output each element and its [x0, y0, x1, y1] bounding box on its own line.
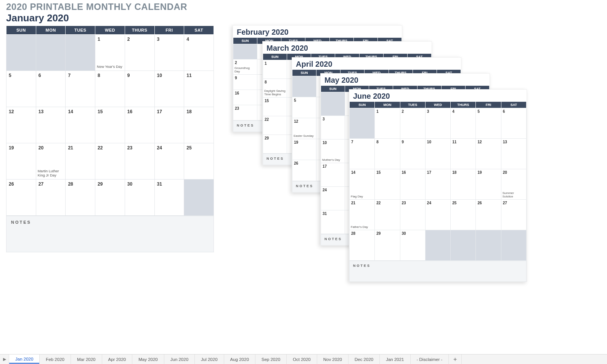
calendar-cell[interactable]: 3 [321, 116, 345, 140]
calendar-cell[interactable]: 6 [36, 71, 66, 107]
calendar-cell[interactable]: 15 [263, 98, 287, 116]
calendar-cell[interactable]: 24 [154, 143, 184, 180]
calendar-cell[interactable]: 22 [375, 200, 400, 230]
sheet-tab-may-2020[interactable]: May 2020 [132, 354, 164, 364]
sheet-tab-jan-2021[interactable]: Jan 2021 [380, 354, 410, 364]
calendar-cell[interactable]: 19 [476, 169, 501, 200]
calendar-cell[interactable]: 9 [400, 139, 425, 169]
calendar-cell[interactable]: 16 [400, 169, 425, 200]
calendar-cell[interactable]: 24 [425, 200, 450, 230]
calendar-cell[interactable]: 8 [95, 71, 125, 107]
calendar-cell[interactable]: 4 [451, 108, 476, 139]
calendar-cell[interactable]: 29 [95, 180, 125, 216]
calendar-cell[interactable]: 17 [154, 107, 184, 143]
calendar-cell[interactable]: 8Daylight Saving Time Begins [263, 79, 287, 98]
sheet-tab-aug-2020[interactable]: Aug 2020 [224, 354, 255, 364]
calendar-cell[interactable] [476, 230, 501, 261]
calendar-cell[interactable]: 26 [292, 160, 316, 181]
calendar-cell[interactable] [233, 44, 257, 59]
sheet-tab-nov-2020[interactable]: Nov 2020 [317, 354, 348, 364]
sheet-tab-jun-2020[interactable]: Jun 2020 [164, 354, 195, 364]
calendar-cell[interactable] [350, 108, 375, 139]
calendar-cell[interactable] [425, 230, 450, 261]
calendar-cell[interactable]: 27 [501, 200, 526, 230]
calendar-cell[interactable]: 31 [154, 180, 184, 216]
sheet-tab-sep-2020[interactable]: Sep 2020 [255, 354, 287, 364]
calendar-cell[interactable] [184, 180, 214, 216]
sheet-tab-feb-2020[interactable]: Feb 2020 [40, 354, 71, 364]
calendar-cell[interactable] [321, 92, 345, 116]
calendar-cell[interactable]: 12Easter Sunday [292, 118, 316, 139]
calendar-cell[interactable]: 2 [400, 108, 425, 139]
calendar-cell[interactable]: 28 [66, 180, 95, 216]
calendar-cell[interactable]: 11 [184, 71, 214, 107]
calendar-cell[interactable]: 5 [476, 108, 501, 139]
calendar-cell[interactable]: 19 [292, 139, 316, 160]
calendar-cell[interactable]: 21Father's Day [350, 200, 375, 230]
calendar-cell[interactable]: 30 [125, 180, 154, 216]
calendar-cell[interactable]: 31 [321, 210, 345, 234]
calendar-cell[interactable]: 25 [184, 143, 214, 180]
calendar-cell[interactable]: 3 [425, 108, 450, 139]
calendar-cell[interactable] [451, 230, 476, 261]
add-sheet-button[interactable]: + [449, 354, 462, 364]
calendar-cell[interactable]: 6 [501, 108, 526, 139]
calendar-cell[interactable]: 17 [321, 163, 345, 187]
calendar-cell[interactable]: 9 [233, 75, 257, 90]
calendar-cell[interactable]: 14 [66, 107, 95, 143]
calendar-cell[interactable]: 12 [6, 107, 36, 143]
calendar-cell[interactable]: 16 [233, 90, 257, 105]
calendar-cell[interactable]: 28 [350, 230, 375, 261]
calendar-cell[interactable]: 16 [125, 107, 154, 143]
calendar-cell[interactable]: 21 [66, 143, 95, 180]
sheet-tab--disclaimer-[interactable]: - Disclaimer - [411, 354, 449, 364]
calendar-cell[interactable]: 11 [451, 139, 476, 169]
calendar-cell[interactable] [6, 35, 36, 71]
calendar-cell[interactable]: 2 [125, 35, 154, 71]
calendar-cell[interactable]: 4 [184, 35, 214, 71]
calendar-cell[interactable]: 17 [425, 169, 450, 200]
calendar-cell[interactable]: 24 [321, 187, 345, 210]
calendar-cell[interactable]: 20Summer Solstice [501, 169, 526, 200]
sheet-tab-oct-2020[interactable]: Oct 2020 [287, 354, 317, 364]
calendar-cell[interactable]: 13 [501, 139, 526, 169]
calendar-cell[interactable]: 2Groundhog Day [233, 59, 257, 75]
calendar-cell[interactable]: 23 [125, 143, 154, 180]
calendar-cell[interactable]: 29 [375, 230, 400, 261]
calendar-cell[interactable]: 20Martin Luther King Jr Day [36, 143, 66, 180]
sheet-nav-icon[interactable]: ▶ [0, 354, 9, 364]
calendar-cell[interactable]: 26 [6, 180, 36, 216]
calendar-cell[interactable] [501, 230, 526, 261]
calendar-cell[interactable] [36, 35, 66, 71]
calendar-cell[interactable]: 13 [36, 107, 66, 143]
calendar-cell[interactable]: 10 [154, 71, 184, 107]
calendar-cell[interactable]: 15 [95, 107, 125, 143]
sheet-tab-jan-2020[interactable]: Jan 2020 [9, 354, 40, 364]
calendar-cell[interactable]: 26 [476, 200, 501, 230]
calendar-cell[interactable]: 1 [263, 60, 287, 79]
calendar-cell[interactable]: 19 [6, 143, 36, 180]
calendar-cell[interactable]: 25 [451, 200, 476, 230]
calendar-cell[interactable]: 30 [400, 230, 425, 261]
calendar-cell[interactable]: 10 [425, 139, 450, 169]
sheet-tab-apr-2020[interactable]: Apr 2020 [102, 354, 133, 364]
calendar-cell[interactable]: 12 [476, 139, 501, 169]
calendar-cell[interactable]: 27 [36, 180, 66, 216]
calendar-cell[interactable]: 9 [125, 71, 154, 107]
calendar-cell[interactable]: 5 [6, 71, 36, 107]
calendar-cell[interactable]: 23 [400, 200, 425, 230]
calendar-cell[interactable]: 22 [95, 143, 125, 180]
sheet-tab-dec-2020[interactable]: Dec 2020 [348, 354, 380, 364]
calendar-cell[interactable]: 1 [375, 108, 400, 139]
calendar-cell[interactable]: 8 [375, 139, 400, 169]
calendar-cell[interactable] [292, 76, 316, 97]
calendar-cell[interactable]: 29 [263, 135, 287, 154]
calendar-cell[interactable]: 7 [350, 139, 375, 169]
calendar-cell[interactable]: 18 [184, 107, 214, 143]
calendar-cell[interactable]: 23 [233, 105, 257, 120]
calendar-cell[interactable]: 22 [263, 116, 287, 135]
calendar-cell[interactable]: 3 [154, 35, 184, 71]
calendar-cell[interactable] [66, 35, 95, 71]
calendar-cell[interactable]: 1New Year's Day [95, 35, 125, 71]
calendar-cell[interactable]: 7 [66, 71, 95, 107]
